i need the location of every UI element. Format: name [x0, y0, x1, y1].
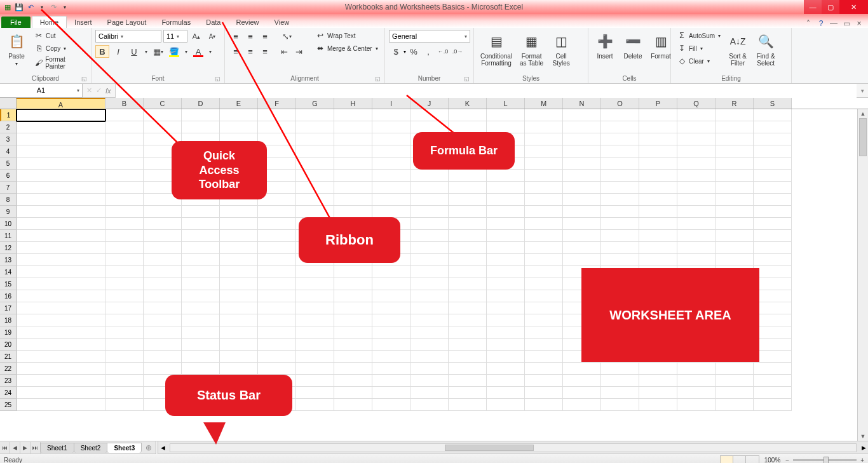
tab-page-layout[interactable]: Page Layout — [100, 17, 154, 28]
column-header-S[interactable]: S — [754, 98, 792, 109]
copy-button[interactable]: ⎘Copy▾ — [32, 43, 87, 54]
cell-N12[interactable] — [563, 242, 601, 254]
file-tab[interactable]: File — [1, 17, 31, 28]
cell-F1[interactable] — [258, 109, 296, 121]
find-select-button[interactable]: 🔍Find & Select — [753, 30, 778, 68]
cell-I23[interactable] — [372, 375, 410, 387]
sheet-tab-1[interactable]: Sheet1 — [40, 443, 74, 453]
cell-R2[interactable] — [715, 121, 754, 133]
cell-O11[interactable] — [601, 230, 639, 242]
cell-I25[interactable] — [372, 399, 410, 411]
cell-L18[interactable] — [487, 314, 525, 326]
cell-M13[interactable] — [525, 254, 563, 266]
cell-F20[interactable] — [258, 339, 296, 351]
cell-K15[interactable] — [449, 278, 487, 290]
cell-C18[interactable] — [144, 314, 182, 326]
cell-C10[interactable] — [144, 218, 182, 230]
cell-Q11[interactable] — [677, 230, 715, 242]
cell-A10[interactable] — [17, 218, 105, 230]
cell-G8[interactable] — [296, 194, 334, 206]
cut-button[interactable]: ✂Cut — [32, 30, 87, 41]
horizontal-scrollbar[interactable] — [170, 443, 857, 452]
row-header-19[interactable]: 19 — [0, 326, 17, 339]
cell-L21[interactable] — [487, 351, 525, 363]
cell-P4[interactable] — [639, 145, 677, 158]
cell-D22[interactable] — [182, 363, 220, 375]
column-header-P[interactable]: P — [639, 98, 677, 109]
hscroll-right-icon[interactable]: ▶ — [859, 445, 868, 451]
cell-R3[interactable] — [715, 133, 754, 145]
column-header-A[interactable]: A — [17, 98, 105, 109]
cell-A23[interactable] — [17, 375, 105, 387]
cell-N6[interactable] — [563, 170, 601, 182]
cell-G9[interactable] — [296, 206, 334, 218]
cell-B8[interactable] — [105, 194, 144, 206]
cell-J24[interactable] — [410, 387, 449, 399]
cell-M5[interactable] — [525, 158, 563, 170]
cell-L6[interactable] — [487, 170, 525, 182]
cell-B2[interactable] — [105, 121, 144, 133]
cell-G24[interactable] — [296, 387, 334, 399]
cell-A13[interactable] — [17, 254, 105, 266]
cell-B17[interactable] — [105, 302, 144, 314]
view-normal-button[interactable] — [721, 456, 733, 464]
cell-G3[interactable] — [296, 133, 334, 145]
cell-S10[interactable] — [754, 218, 792, 230]
cell-I6[interactable] — [372, 170, 410, 182]
cell-P5[interactable] — [639, 158, 677, 170]
insert-cells-button[interactable]: ➕Insert — [592, 30, 618, 61]
cell-G22[interactable] — [296, 363, 334, 375]
cell-B15[interactable] — [105, 278, 144, 290]
cell-H2[interactable] — [334, 121, 372, 133]
cell-Q1[interactable] — [677, 109, 715, 121]
row-header-7[interactable]: 7 — [0, 182, 17, 194]
sheet-nav-next[interactable]: ▶ — [20, 442, 31, 453]
cell-E1[interactable] — [220, 109, 258, 121]
cell-M17[interactable] — [525, 302, 563, 314]
cell-L13[interactable] — [487, 254, 525, 266]
borders-button[interactable]: ▦▾ — [151, 45, 165, 58]
cell-N22[interactable] — [563, 363, 601, 375]
cell-K19[interactable] — [449, 326, 487, 339]
cell-M22[interactable] — [525, 363, 563, 375]
cell-H20[interactable] — [334, 339, 372, 351]
cell-L15[interactable] — [487, 278, 525, 290]
cell-B24[interactable] — [105, 387, 144, 399]
cell-O23[interactable] — [601, 375, 639, 387]
cell-A20[interactable] — [17, 339, 105, 351]
cell-M20[interactable] — [525, 339, 563, 351]
align-middle-button[interactable]: ≡ — [243, 30, 257, 43]
cell-P1[interactable] — [639, 109, 677, 121]
cell-D17[interactable] — [182, 302, 220, 314]
cell-R1[interactable] — [715, 109, 754, 121]
cell-P23[interactable] — [639, 375, 677, 387]
cell-G5[interactable] — [296, 158, 334, 170]
cell-J17[interactable] — [410, 302, 449, 314]
cell-L16[interactable] — [487, 290, 525, 302]
font-size-combo[interactable]: 11▾ — [163, 30, 187, 43]
merge-center-button[interactable]: ⬌Merge & Center▾ — [313, 43, 380, 54]
column-header-L[interactable]: L — [487, 98, 525, 109]
cell-D13[interactable] — [182, 254, 220, 266]
cell-J18[interactable] — [410, 314, 449, 326]
currency-button[interactable]: $ — [389, 45, 403, 58]
cell-M15[interactable] — [525, 278, 563, 290]
underline-button[interactable]: U — [127, 45, 141, 58]
cell-B11[interactable] — [105, 230, 144, 242]
cell-R23[interactable] — [715, 375, 754, 387]
sheet-tab-3[interactable]: Sheet3 — [107, 443, 142, 453]
comma-button[interactable]: , — [421, 45, 435, 58]
cell-N25[interactable] — [563, 399, 601, 411]
underline-dropdown-icon[interactable]: ▾ — [143, 45, 149, 58]
cell-J12[interactable] — [410, 242, 449, 254]
cell-K12[interactable] — [449, 242, 487, 254]
cell-O7[interactable] — [601, 182, 639, 194]
zoom-slider-knob[interactable] — [824, 457, 829, 463]
cell-S9[interactable] — [754, 206, 792, 218]
cell-Q24[interactable] — [677, 387, 715, 399]
cell-S1[interactable] — [754, 109, 792, 121]
cell-O24[interactable] — [601, 387, 639, 399]
cell-B16[interactable] — [105, 290, 144, 302]
zoom-out-button[interactable]: − — [785, 457, 789, 463]
new-sheet-button[interactable]: ⊕ — [142, 443, 156, 452]
